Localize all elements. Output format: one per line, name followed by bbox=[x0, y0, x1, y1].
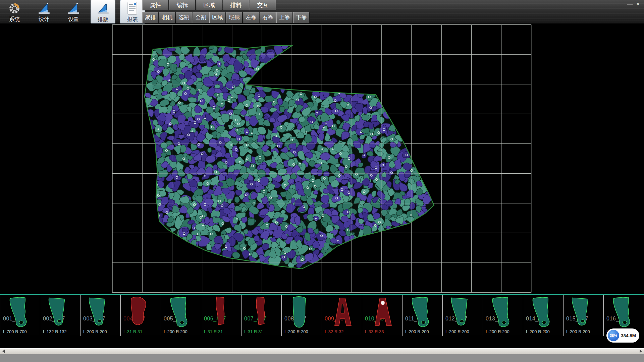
piece-lr-label: L:200 R:200 bbox=[284, 329, 308, 334]
piece-thumbnail-004_#37[interactable]: 004_#37L:31 R:31 bbox=[121, 295, 161, 336]
piece-shape-teal3 bbox=[286, 296, 315, 329]
piece-shape-teal2 bbox=[568, 296, 597, 329]
piece-thumbnail-014_#37[interactable]: 014_#37L:200 R:200 bbox=[523, 295, 564, 336]
app-button-nesting[interactable]: 排版 bbox=[91, 0, 115, 23]
piece-lr-label: L:32 R:32 bbox=[325, 329, 343, 334]
piece-shape-teal2 bbox=[85, 296, 114, 329]
piece-lr-label: L:200 R:200 bbox=[486, 329, 509, 334]
piece-lr-label: L:132 R:132 bbox=[43, 329, 67, 334]
tool-button-region[interactable]: 区域 bbox=[209, 12, 226, 23]
piece-lr-label: L:31 R:31 bbox=[204, 329, 223, 334]
design-sail-icon bbox=[36, 1, 52, 16]
piece-shape-redbar bbox=[246, 296, 275, 329]
piece-thumbnail-007_#37[interactable]: 007_#37L:31 R:31 bbox=[241, 295, 282, 336]
hide-nesting-svg bbox=[0, 23, 644, 294]
piece-thumbnail-002_#37[interactable]: 002_#37L:132 R:132 bbox=[40, 295, 80, 336]
piece-shape-redblob bbox=[125, 296, 154, 329]
piece-shape-teal1 bbox=[528, 296, 557, 329]
app-button-label: 系统 bbox=[9, 16, 20, 23]
app-button-bar: 系统设计设置排版报表 bbox=[2, 0, 145, 23]
piece-shape-redAhole bbox=[367, 296, 396, 329]
piece-thumbnail-strip: 001_#37L:700 R:700002_#37L:132 R:132003_… bbox=[0, 294, 644, 336]
piece-thumbnail-010_#37[interactable]: 010_#37L:33 R:33 bbox=[362, 295, 402, 336]
piece-lr-label: L:200 R:200 bbox=[83, 329, 107, 334]
window-controls: — × bbox=[626, 1, 642, 7]
piece-thumbnail-011_#37[interactable]: 011_#37L:200 R:200 bbox=[402, 295, 443, 336]
tool-button-cut-all[interactable]: 全割 bbox=[193, 12, 209, 23]
piece-thumbnail-001_#37[interactable]: 001_#37L:700 R:700 bbox=[0, 295, 40, 336]
app-button-label: 设计 bbox=[39, 16, 49, 23]
piece-shape-redbar bbox=[206, 296, 235, 329]
piece-lr-label: L:31 R:31 bbox=[123, 329, 142, 334]
app-button-design[interactable]: 设计 bbox=[32, 0, 56, 23]
tool-button-align-top[interactable]: 上靠 bbox=[276, 12, 293, 23]
menu-tab-interact[interactable]: 交互 bbox=[250, 0, 276, 10]
menu-tab-properties[interactable]: 属性 bbox=[142, 0, 169, 10]
menu-tab-bar: 属性编辑区域排料交互 bbox=[142, 0, 276, 10]
bottom-strip bbox=[0, 354, 644, 362]
piece-thumbnail-008_#37[interactable]: 008_#37L:200 R:200 bbox=[282, 295, 322, 336]
piece-shape-teal2 bbox=[447, 296, 476, 329]
settings-sail-icon bbox=[66, 1, 81, 16]
piece-shape-redA bbox=[327, 296, 356, 329]
nesting-sail-icon bbox=[95, 1, 111, 16]
progress-badge: 38% bbox=[608, 330, 619, 341]
menu-tab-region[interactable]: 区域 bbox=[196, 0, 222, 10]
app-button-label: 设置 bbox=[68, 16, 79, 23]
menu-tab-edit[interactable]: 编辑 bbox=[169, 0, 196, 10]
piece-thumbnail-009_#37[interactable]: 009_#37L:32 R:32 bbox=[322, 295, 362, 336]
piece-lr-label: L:200 R:200 bbox=[566, 329, 590, 334]
report-doc-icon bbox=[125, 1, 140, 16]
scroll-right-button[interactable] bbox=[637, 349, 644, 354]
tool-button-camera[interactable]: 相机 bbox=[159, 12, 175, 23]
tool-button-cluster-nest[interactable]: 聚排 bbox=[142, 12, 159, 23]
piece-lr-label: L:200 R:200 bbox=[526, 329, 550, 334]
piece-lr-label: L:31 R:31 bbox=[244, 329, 263, 334]
app-window: 系统设计设置排版报表 属性编辑区域排料交互 聚排相机选割全割区域瑕疵左靠右靠上靠… bbox=[0, 0, 644, 362]
piece-shape-teal1 bbox=[608, 296, 637, 329]
piece-shape-teal1 bbox=[5, 296, 34, 329]
piece-lr-label: L:200 R:200 bbox=[445, 329, 469, 334]
tool-button-align-right[interactable]: 右靠 bbox=[260, 12, 276, 23]
tool-button-select-cut[interactable]: 选割 bbox=[176, 12, 192, 23]
piece-thumbnail-013_#37[interactable]: 013_#37L:200 R:200 bbox=[483, 295, 523, 336]
app-button-report[interactable]: 报表 bbox=[120, 0, 145, 23]
piece-thumbnail-012_#37[interactable]: 012_#37L:200 R:200 bbox=[443, 295, 483, 336]
tool-button-defect[interactable]: 瑕疵 bbox=[226, 12, 243, 23]
piece-thumbnail-005_#37[interactable]: 005_#37L:200 R:200 bbox=[161, 295, 201, 336]
nesting-canvas[interactable] bbox=[0, 23, 644, 294]
piece-lr-label: L:200 R:200 bbox=[164, 329, 187, 334]
piece-thumbnail-015_#37[interactable]: 015_#37L:200 R:200 bbox=[564, 295, 604, 336]
piece-shape-teal2 bbox=[45, 296, 74, 329]
piece-thumbnail-003_#37[interactable]: 003_#37L:200 R:200 bbox=[80, 295, 121, 336]
scroll-right-icon bbox=[640, 350, 642, 353]
tool-button-align-bottom[interactable]: 下靠 bbox=[293, 12, 310, 23]
header-toolbar: 系统设计设置排版报表 属性编辑区域排料交互 聚排相机选割全割区域瑕疵左靠右靠上靠… bbox=[0, 0, 644, 23]
horizontal-scrollbar[interactable] bbox=[0, 348, 644, 354]
piece-shape-teal1 bbox=[166, 296, 195, 329]
piece-thumbnail-006_#37[interactable]: 006_#37L:31 R:31 bbox=[201, 295, 241, 336]
menu-tab-nest-material[interactable]: 排料 bbox=[223, 0, 249, 10]
memory-label: 384.8M bbox=[621, 333, 636, 338]
app-button-system[interactable]: 系统 bbox=[2, 0, 27, 23]
close-button[interactable]: × bbox=[634, 1, 642, 7]
minimize-button[interactable]: — bbox=[626, 1, 634, 7]
app-button-label: 排版 bbox=[98, 16, 108, 23]
app-button-label: 报表 bbox=[127, 16, 138, 23]
piece-lr-label: L:700 R:700 bbox=[3, 329, 27, 334]
tool-button-align-left[interactable]: 左靠 bbox=[243, 12, 259, 23]
app-button-settings[interactable]: 设置 bbox=[61, 0, 86, 23]
piece-shape-teal1 bbox=[407, 296, 436, 329]
system-gear-icon bbox=[7, 1, 22, 16]
scroll-left-button[interactable] bbox=[0, 349, 7, 354]
scroll-left-icon bbox=[2, 350, 5, 353]
piece-shape-teal1 bbox=[488, 296, 517, 329]
tool-button-bar: 聚排相机选割全割区域瑕疵左靠右靠上靠下靠 bbox=[142, 12, 310, 23]
memory-status: 38% 384.8M bbox=[606, 328, 639, 343]
piece-lr-label: L:33 R:33 bbox=[365, 329, 384, 334]
piece-lr-label: L:200 R:200 bbox=[405, 329, 429, 334]
